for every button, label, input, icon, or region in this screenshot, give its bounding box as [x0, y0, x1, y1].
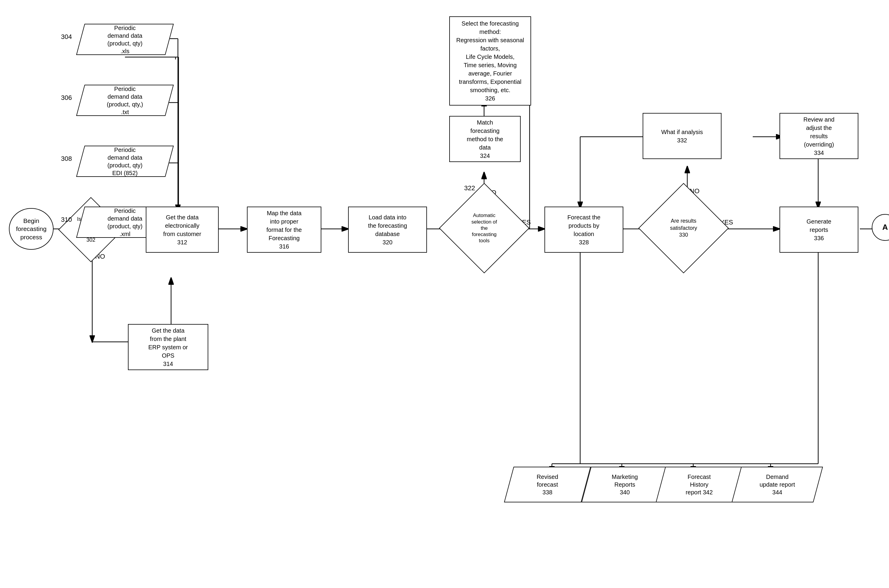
label-308: 308	[61, 154, 72, 163]
circle-a-label: A	[883, 222, 888, 232]
diamond-322: Automaticselection oftheforecastingtools	[449, 196, 520, 262]
rect-316: Map the datainto properformat for theFor…	[247, 207, 321, 253]
diamond-330: Are resultssatisfactory330	[648, 196, 720, 262]
parallelogram-340: MarketingReports340	[586, 467, 663, 502]
parallelogram-338: Revisedforecast338	[509, 467, 586, 502]
rect-312: Get the dataelectronicallyfrom customer3…	[146, 207, 219, 253]
322-label: 322	[464, 184, 475, 192]
rect-314: Get the datafrom the plantERP system orO…	[128, 324, 208, 370]
rect-326: Select the forecastingmethod:Regression …	[449, 16, 531, 105]
parallelogram-342: ForecastHistoryreport 342	[660, 467, 738, 502]
rect-320: Load data intothe forecastingdatabase320	[348, 207, 427, 253]
rect-334: Review andadjust theresults(overriding)3…	[779, 113, 858, 159]
parallelogram-306: Periodicdemand data(product, qty,).txt 3…	[80, 85, 170, 116]
label-310: 310	[61, 216, 72, 224]
label-304: 304	[61, 33, 72, 41]
flowchart-diagram: YES NO	[0, 0, 889, 588]
label-306: 306	[61, 94, 72, 102]
parallelogram-344: Demandupdate report344	[736, 467, 818, 502]
rect-324: Matchforecastingmethod to thedata324	[449, 116, 520, 162]
parallelogram-304: Periodicdemand data(product, qty).xls 30…	[80, 24, 170, 55]
begin-oval: Begin forecasting process	[9, 208, 54, 250]
circle-a: A	[872, 214, 889, 241]
rect-332: What if analysis332	[643, 113, 722, 159]
rect-336: Generatereports336	[779, 207, 858, 253]
rect-328: Forecast theproducts bylocation328	[545, 207, 623, 253]
parallelogram-308: Periodicdemand data(product, qty)EDI (85…	[80, 146, 170, 177]
